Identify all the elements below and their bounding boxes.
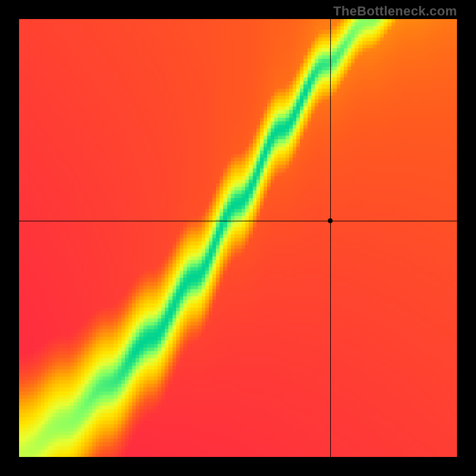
- watermark-text: TheBottleneck.com: [333, 4, 457, 19]
- plot-area: [19, 19, 457, 457]
- crosshair-vertical: [330, 19, 331, 457]
- heatmap-canvas: [19, 19, 457, 457]
- marker-point: [328, 218, 333, 223]
- chart-frame: TheBottleneck.com: [0, 0, 476, 476]
- crosshair-horizontal: [19, 221, 457, 221]
